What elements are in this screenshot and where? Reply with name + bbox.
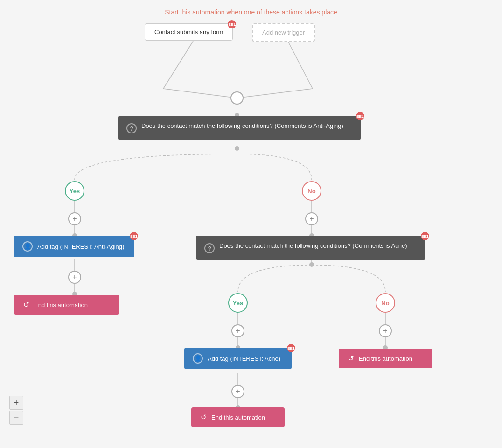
zoom-controls: + − [9,396,23,425]
yes-label-2: Yes [233,300,243,307]
add-step-btn-5[interactable]: + [231,324,244,337]
end-box-3[interactable]: ↺ End this automation [191,407,285,427]
no-label-2: No [381,300,389,307]
yes-circle-1[interactable]: Yes [65,181,84,201]
trigger-main[interactable]: Contact submits any form E1 [145,23,233,41]
end-label-1: End this automation [34,301,88,308]
condition-text-1: Does the contact match the following con… [141,122,343,129]
action-text-2: Add tag (INTEREST: Acne) [208,355,280,362]
no-label-1: No [307,188,315,195]
add-step-btn-2[interactable]: + [68,212,81,225]
trigger-add[interactable]: Add new trigger [252,23,315,42]
no-circle-1[interactable]: No [302,181,321,201]
add-step-btn-6[interactable]: + [231,385,244,398]
action-text-1: Add tag (INTEREST: Anti-Aging) [37,243,124,250]
connector-dot-2 [235,146,239,151]
trigger-main-label: Contact submits any form [154,28,223,35]
cycle-icon-2: ↺ [348,354,354,363]
end-label-3: End this automation [211,414,265,421]
add-step-btn-3[interactable]: + [68,271,81,284]
add-step-btn-7[interactable]: + [379,324,392,337]
zoom-out-btn[interactable]: − [9,411,23,425]
yes-circle-2[interactable]: Yes [228,293,248,313]
action-box-1[interactable]: 👤 Add tag (INTEREST: Anti-Aging) E1 [14,236,134,257]
no-circle-2[interactable]: No [376,293,395,313]
add-step-btn-4[interactable]: + [305,212,318,225]
svg-line-1 [288,41,313,89]
end-label-2: End this automation [359,355,412,362]
action2-badge: E1 [287,344,295,352]
end-box-1[interactable]: ↺ End this automation [14,295,119,315]
condition-box-2[interactable]: ? Does the contact match the following c… [196,236,425,260]
condition-box-1[interactable]: ? Does the contact match the following c… [118,116,361,140]
svg-line-0 [163,41,193,89]
condition2-badge: E1 [421,232,429,240]
condition1-badge: E1 [356,112,364,120]
action-box-2[interactable]: 👤 Add tag (INTEREST: Acne) E1 [184,348,292,369]
cycle-icon-3: ↺ [201,413,207,421]
trigger-main-badge: E1 [228,20,236,28]
zoom-in-btn[interactable]: + [9,396,23,410]
condition-icon-1: ? [126,123,137,133]
add-step-btn-1[interactable]: + [230,91,244,105]
yes-label-1: Yes [70,188,80,195]
trigger-add-label: Add new trigger [262,29,305,36]
action1-badge: E1 [130,232,138,240]
automation-header: Start this automation when one of these … [165,8,337,16]
condition-icon-2: ? [204,243,215,253]
user-icon-2: 👤 [193,353,203,364]
condition-text-2: Does the contact match the following con… [219,242,407,249]
cycle-icon-1: ↺ [23,301,29,309]
end-box-2[interactable]: ↺ End this automation [339,349,432,368]
user-icon-1: 👤 [22,241,33,252]
connector-dot-6 [309,262,314,267]
